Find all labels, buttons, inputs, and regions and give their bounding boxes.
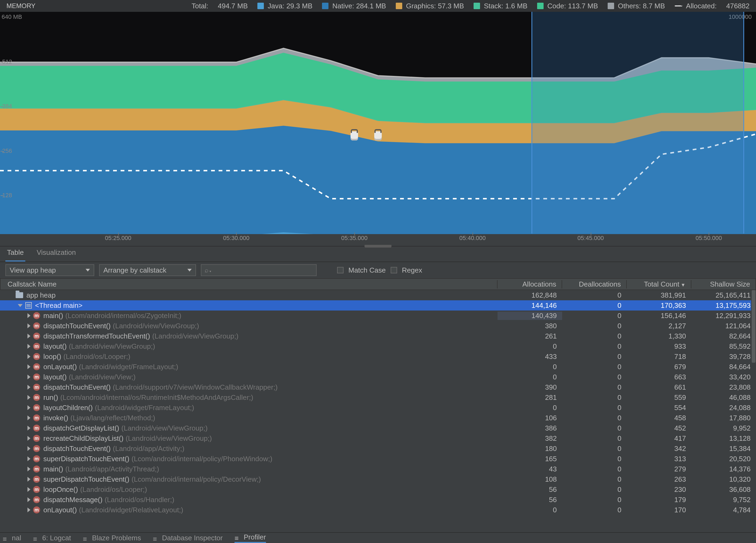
expand-icon[interactable] [27, 354, 30, 359]
time-selection[interactable] [531, 12, 744, 234]
row-label: loop() [43, 352, 61, 361]
expand-icon[interactable] [27, 507, 30, 512]
bottom-tab-6-logcat[interactable]: ≡6: Logcat [33, 534, 71, 542]
match-case-checkbox[interactable] [337, 267, 344, 273]
expand-icon[interactable] [27, 334, 30, 338]
bottom-tab-nal[interactable]: ≡nal [3, 534, 21, 542]
timeline-scroll-thumb[interactable] [365, 245, 391, 248]
gc-event-icon[interactable] [374, 131, 382, 141]
expand-icon[interactable] [27, 467, 30, 471]
legend-native: Native: 284.1 MB [322, 2, 386, 10]
table-row[interactable]: mdispatchTouchEvent()(Landroid/view/View… [0, 321, 756, 331]
cell-num: 13,128 [691, 434, 756, 443]
tab-visualization[interactable]: Visualization [35, 245, 78, 262]
method-icon: m [33, 465, 40, 472]
bottom-tab-profiler[interactable]: ≡Profiler [235, 533, 266, 543]
row-label: dispatchTouchEvent() [43, 322, 111, 330]
expand-icon[interactable] [27, 477, 30, 482]
table-row[interactable]: mrun()(Lcom/android/internal/os/RuntimeI… [0, 392, 756, 402]
tab-table[interactable]: Table [5, 245, 25, 262]
col-shallow-size[interactable]: Shallow Size [691, 280, 755, 288]
bottom-tool-tabs: ≡nal≡6: Logcat≡Blaze Problems≡Database I… [0, 532, 756, 543]
table-row[interactable]: mloopOnce()(Landroid/os/Looper;)56023036… [0, 484, 756, 495]
expand-icon[interactable] [27, 313, 30, 318]
x-tick: 05:40.000 [459, 235, 486, 242]
table-row[interactable]: mlayout()(Landroid/view/View;)0066333,42… [0, 372, 756, 382]
table-row[interactable]: mlayoutChildren()(Landroid/widget/FrameL… [0, 402, 756, 413]
table-row[interactable]: app heap162,8480381,99125,165,411 [0, 290, 756, 300]
table-row[interactable]: mdispatchMessage()(Landroid/os/Handler;)… [0, 495, 756, 505]
bottom-tab-blaze-problems[interactable]: ≡Blaze Problems [83, 534, 141, 542]
expand-icon[interactable] [27, 497, 30, 502]
expand-icon[interactable] [27, 446, 30, 451]
table-row[interactable]: monLayout()(Landroid/widget/FrameLayout;… [0, 362, 756, 372]
legend-allocated: Allocated: 476882 [675, 2, 750, 10]
expand-icon[interactable] [27, 456, 30, 461]
heap-selector[interactable]: View app heap [5, 264, 94, 276]
row-hint: (Landroid/os/Handler;) [105, 496, 174, 504]
cell-num: 0 [562, 393, 627, 402]
table-row[interactable]: mloop()(Landroid/os/Looper;)433071839,72… [0, 351, 756, 362]
cell-num: 559 [627, 393, 691, 402]
cell-num: 433 [498, 352, 562, 361]
method-icon: m [33, 506, 40, 513]
scrollbar-thumb[interactable] [752, 290, 755, 363]
table-row[interactable]: <Thread main>144,1460170,36313,175,593 [0, 300, 756, 310]
cell-num: 43 [498, 465, 562, 473]
expand-icon[interactable] [27, 374, 30, 379]
row-label: dispatchTransformedTouchEvent() [43, 332, 150, 340]
col-deallocations[interactable]: Deallocations [562, 280, 626, 288]
row-hint: (Ljava/lang/reflect/Method;) [70, 414, 155, 422]
search-input[interactable]: ⌕▾ [201, 264, 317, 276]
col-name[interactable]: Callstack Name [1, 280, 497, 288]
collapse-icon[interactable] [18, 304, 23, 307]
cell-num: 9,752 [691, 496, 756, 504]
expand-icon[interactable] [27, 436, 30, 441]
table-row[interactable]: msuperDispatchTouchEvent()(Lcom/android/… [0, 454, 756, 464]
memory-chart[interactable]: 640 MB 1000000 128256384512 05:25.00005:… [0, 12, 756, 246]
expand-icon[interactable] [27, 426, 30, 430]
expand-icon[interactable] [27, 487, 30, 492]
cell-num: 0 [562, 301, 627, 310]
row-hint: (Landroid/widget/FrameLayout;) [95, 404, 194, 412]
cell-num: 1,330 [627, 332, 691, 340]
col-total-count[interactable]: Total Count [626, 280, 691, 288]
table-row[interactable]: msuperDispatchTouchEvent()(Lcom/android/… [0, 474, 756, 484]
expand-icon[interactable] [27, 395, 30, 400]
cell-num: 25,165,411 [691, 291, 756, 299]
expand-icon[interactable] [27, 415, 30, 420]
arrange-selector[interactable]: Arrange by callstack [99, 264, 196, 276]
table-row[interactable]: mdispatchGetDisplayList()(Landroid/view/… [0, 423, 756, 433]
bottom-tab-database-inspector[interactable]: ≡Database Inspector [153, 534, 223, 542]
table-row[interactable]: monLayout()(Landroid/widget/RelativeLayo… [0, 505, 756, 515]
cell-num: 281 [498, 393, 562, 402]
cell-num: 313 [627, 455, 691, 463]
cell-num: 380 [498, 322, 562, 330]
col-allocations[interactable]: Allocations [497, 280, 562, 288]
cell-num: 106 [498, 414, 562, 422]
table-row[interactable]: mdispatchTransformedTouchEvent()(Landroi… [0, 331, 756, 341]
table-header[interactable]: Callstack Name Allocations Deallocations… [0, 278, 756, 290]
regex-checkbox[interactable] [391, 267, 397, 273]
cell-num: 14,376 [691, 465, 756, 473]
table-row[interactable]: minvoke()(Ljava/lang/reflect/Method;)106… [0, 413, 756, 423]
cell-num: 661 [627, 383, 691, 391]
expand-icon[interactable] [27, 405, 30, 410]
expand-icon[interactable] [27, 344, 30, 349]
table-row[interactable]: mmain()(Lcom/android/internal/os/ZygoteI… [0, 310, 756, 321]
expand-icon[interactable] [27, 385, 30, 390]
y-tick: 128 [2, 192, 12, 199]
table-row[interactable]: mrecreateChildDisplayList()(Landroid/vie… [0, 433, 756, 443]
table-row[interactable]: mdispatchTouchEvent()(Landroid/support/v… [0, 382, 756, 392]
expand-icon[interactable] [27, 323, 30, 328]
expand-icon[interactable] [27, 364, 30, 369]
cell-num: 12,291,933 [691, 311, 756, 320]
allocation-table[interactable]: app heap162,8480381,99125,165,411<Thread… [0, 290, 756, 532]
vertical-scrollbar[interactable] [751, 290, 756, 532]
cell-num: 0 [498, 506, 562, 514]
cell-num: 17,880 [691, 414, 756, 422]
table-row[interactable]: mmain()(Landroid/app/ActivityThread;)430… [0, 464, 756, 474]
table-row[interactable]: mdispatchTouchEvent()(Landroid/app/Activ… [0, 443, 756, 454]
gc-event-icon[interactable] [351, 131, 358, 141]
table-row[interactable]: mlayout()(Landroid/view/ViewGroup;)00933… [0, 341, 756, 351]
